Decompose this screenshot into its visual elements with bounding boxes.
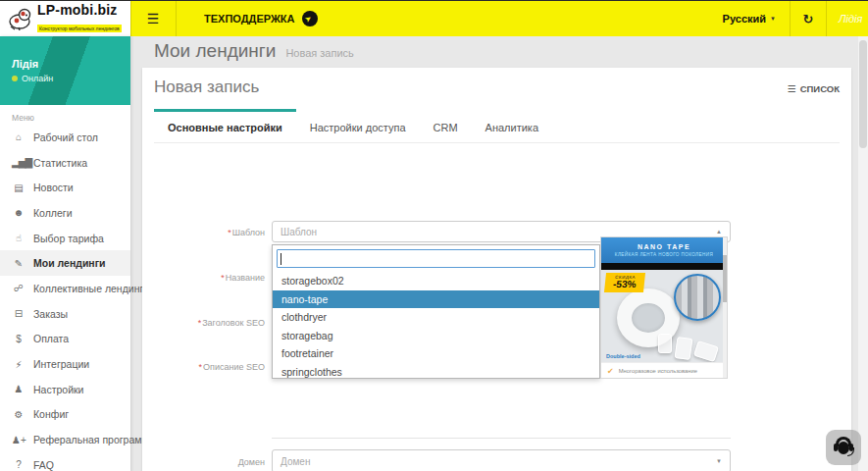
sidebar-item-news[interactable]: ▤Новости [0,175,130,200]
preview-feature-row: ✔ Многоразовое использование [601,362,727,379]
page-title: Мои лендинги [154,40,276,62]
sidebar-item-dashboard[interactable]: ⌂Рабочий стол [0,125,130,150]
support-label: ТЕХПОДДЕРЖКА [204,13,295,25]
template-dropdown-panel: storagebox02 nano-tape clothdryer storag… [272,244,600,379]
language-dropdown[interactable]: Русский ▼ [709,1,790,36]
dropdown-option[interactable]: footretainer [273,344,599,363]
question-icon: ? [12,459,26,470]
sidebar-item-statistics[interactable]: ▂▅▇Статистика [0,150,130,176]
text-cursor [281,253,281,265]
preview-photo: СКИДКА -53% Double-sided [601,263,727,362]
sidebar-menu: ⌂Рабочий стол ▂▅▇Статистика ▤Новости ☻Ко… [0,125,130,471]
sidebar-item-integrations[interactable]: ⚡Интеграции [0,351,130,377]
page-header: Мои лендинги Новая запись [154,40,354,62]
telegram-icon: ➤ [302,11,318,26]
dropdown-option-selected[interactable]: nano-tape [273,290,599,309]
topbar-right: Русский ▼ ↻ Лідія [709,1,868,36]
preview-header: NANO TAPE КЛЕЙКАЯ ЛЕНТА НОВОГО ПОКОЛЕНИЯ [601,237,727,263]
sidebar-user-panel: Лідія Онлайн [0,36,130,105]
sidebar-item-config[interactable]: ⚙Конфиг [0,402,130,428]
brand-tagline: Конструктор мобильных лендингов [37,25,122,32]
topbar-username[interactable]: Лідія [827,13,868,25]
top-bar: LP-mobi.biz Конструктор мобильных лендин… [0,1,868,36]
tape-piece [693,340,719,362]
dropdown-option[interactable]: storagebox02 [273,272,599,290]
page-scrollbar-thumb[interactable] [859,40,867,148]
my-landings-icon: ✎ [12,258,26,269]
name-field-label: *Название [142,273,265,283]
preview-scrollbar[interactable] [723,237,727,378]
divider [130,1,131,36]
card-title: Новая запись [154,78,259,97]
language-label: Русский [723,13,766,25]
support-chat-widget[interactable] [826,430,861,465]
preview-subtitle: КЛЕЙКАЯ ЛЕНТА НОВОГО ПОКОЛЕНИЯ [615,252,713,257]
person-add-icon: ♟+ [12,435,26,445]
form-area: *Шаблон Шаблон ▲ *Название *Заголовок SE… [142,134,851,471]
template-preview: NANO TAPE КЛЕЙКАЯ ЛЕНТА НОВОГО ПОКОЛЕНИЯ… [600,236,728,379]
news-icon: ▤ [12,183,26,193]
preview-scrollbar-thumb[interactable] [723,255,727,302]
divider [176,1,177,36]
sidebar-item-faq[interactable]: ?FAQ [0,452,130,471]
domain-select[interactable]: Домен ▼ [272,449,731,471]
breadcrumb: Новая запись [285,47,353,59]
page-scrollbar[interactable] [858,36,868,471]
headset-icon [834,437,853,458]
sidebar-item-tariff[interactable]: ☝Выбор тарифа [0,226,130,251]
dropdown-options-list: storagebox02 nano-tape clothdryer storag… [273,272,599,381]
tape-piece [675,337,693,360]
refresh-button[interactable]: ↻ [790,1,827,36]
gear-icon: ⚙ [12,409,26,420]
dropdown-option[interactable]: storagebag [273,327,599,345]
template-field-label: *Шаблон [142,228,265,237]
template-select-placeholder: Шаблон [281,227,317,237]
sidebar-item-payment[interactable]: $Оплата [0,327,130,352]
sidebar: Лідія Онлайн Меню ⌂Рабочий стол ▂▅▇Стати… [0,36,130,471]
share-icon: ☍ [12,283,26,293]
discount-badge: СКИДКА -53% [604,273,645,292]
seo-title-field-label: *Заголовок SEO [142,318,265,328]
colleagues-icon: ☻ [12,207,26,218]
list-button[interactable]: ☰ СПИСОК [788,83,840,94]
card-header: Новая запись ☰ СПИСОК [154,78,840,97]
sidebar-item-collective-landings[interactable]: ☍Коллективные лендинги [0,276,130,301]
preview-photo-strip [601,263,727,270]
sidebar-item-colleagues[interactable]: ☻Коллеги [0,200,130,226]
menu-section-label: Меню [0,105,130,125]
content-card: Новая запись ☰ СПИСОК Основные настройки… [142,68,851,471]
support-button[interactable]: ТЕХПОДДЕРЖКА ➤ [204,1,318,36]
sidebar-toggle-icon[interactable]: ☰ [138,1,168,36]
dropdown-option[interactable]: springclothes [273,363,599,382]
person-icon: ♟ [12,384,26,394]
sidebar-item-settings[interactable]: ♟Настройки [0,377,130,402]
preview-title: NANO TAPE [638,243,690,250]
app-window: LP-mobi.biz Конструктор мобильных лендин… [0,0,868,471]
tape-piece [658,334,672,353]
sidebar-item-my-landings[interactable]: ✎Мои лендинги [0,250,130,276]
plug-icon: ⚡ [12,359,26,370]
dashboard-icon: ⌂ [12,131,26,142]
logo-mascot-icon [7,7,32,30]
online-status-dot [12,76,18,81]
preview-caption: Double-sided [606,353,640,359]
check-icon: ✔ [607,367,614,376]
dollar-icon: $ [12,334,26,344]
caret-up-icon: ▲ [716,229,722,235]
domain-select-placeholder: Домен [281,456,310,467]
logo-text: LP-mobi.biz Конструктор мобильных лендин… [37,3,122,34]
caret-down-icon: ▼ [716,458,722,464]
sidebar-item-referral[interactable]: ♟+Реферальная программа [0,427,130,452]
tariff-icon: ☝ [12,233,26,243]
dropdown-option[interactable]: clothdryer [273,308,599,327]
dropdown-search-input[interactable] [277,249,595,268]
logo[interactable]: LP-mobi.biz Конструктор мобильных лендин… [0,1,130,36]
sidebar-user-name: Лідія [12,58,38,70]
seo-desc-field-label: *Описание SEO [142,362,265,372]
refresh-icon: ↻ [803,12,814,26]
list-icon: ☰ [788,83,796,94]
sidebar-user-status: Онлайн [12,74,53,83]
sidebar-item-orders[interactable]: ⊟Заказы [0,301,130,327]
cart-icon: ⊟ [12,308,26,319]
chevron-down-icon: ▼ [770,16,776,22]
